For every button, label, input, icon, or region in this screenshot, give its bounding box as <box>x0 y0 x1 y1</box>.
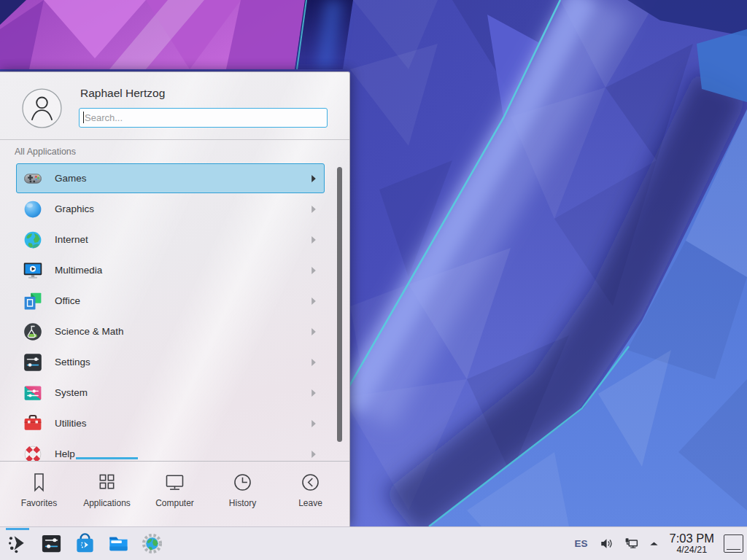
menu-item-label: Internet <box>55 234 311 245</box>
menu-item-games[interactable]: Games <box>16 163 325 193</box>
settings-sliders-icon <box>23 352 43 373</box>
menu-item-help[interactable]: Help <box>16 439 325 461</box>
bookmark-icon <box>27 470 51 494</box>
menu-item-label: Settings <box>55 357 311 368</box>
science-flask-icon <box>23 322 43 342</box>
launcher-tabbar: FavoritesApplicationsComputerHistoryLeav… <box>5 464 345 526</box>
user-name: Raphael Hertzog <box>80 87 165 100</box>
tab-label: Leave <box>298 498 322 508</box>
multimedia-monitor-icon <box>23 260 43 281</box>
menu-item-science-math[interactable]: Science & Math <box>16 316 325 346</box>
menu-item-label: Games <box>55 173 311 184</box>
show-desktop-button[interactable] <box>724 534 743 553</box>
kde-launcher-icon <box>7 532 29 555</box>
menu-item-utilities[interactable]: Utilities <box>16 408 325 438</box>
menu-item-label: Utilities <box>55 418 311 429</box>
taskbar-launchers <box>0 527 171 560</box>
section-label: All Applications <box>15 147 76 157</box>
chevron-right-icon <box>311 389 317 397</box>
tab-computer[interactable]: Computer <box>141 464 209 526</box>
chevron-right-icon <box>311 266 317 275</box>
graphics-sphere-icon <box>23 199 43 219</box>
desktop-screen: Raphael Hertzog All Applications GamesGr… <box>0 0 747 560</box>
volume-icon[interactable] <box>599 536 614 551</box>
menu-item-label: Science & Math <box>55 326 311 337</box>
menu-item-multimedia[interactable]: Multimedia <box>16 255 325 285</box>
digital-clock[interactable]: 7:03 PM 4/24/21 <box>670 532 714 554</box>
application-launcher-menu: Raphael Hertzog All Applications GamesGr… <box>0 71 350 526</box>
menu-item-graphics[interactable]: Graphics <box>16 194 325 224</box>
leave-icon <box>298 470 322 494</box>
dolphin-folder-icon <box>107 532 130 555</box>
menu-item-office[interactable]: Office <box>16 286 325 316</box>
chevron-right-icon <box>311 174 317 183</box>
tab-history[interactable]: History <box>209 464 276 526</box>
grid-icon <box>95 470 119 494</box>
clock-time: 7:03 PM <box>670 532 714 545</box>
user-avatar-icon[interactable] <box>22 88 62 128</box>
tab-leave[interactable]: Leave <box>276 464 344 526</box>
menu-item-label: Office <box>55 295 311 306</box>
active-tab-indicator <box>76 457 138 459</box>
application-category-list: GamesGraphicsInternetMultimediaOfficeSci… <box>16 163 325 461</box>
taskbar-file-manager[interactable] <box>104 528 133 560</box>
taskbar-discover[interactable] <box>70 528 99 560</box>
tab-applications[interactable]: Applications <box>73 464 141 526</box>
chevron-right-icon <box>311 205 317 214</box>
menu-item-label: Multimedia <box>55 265 311 276</box>
office-documents-icon <box>23 291 43 311</box>
tab-label: History <box>229 498 256 508</box>
tab-label: Favorites <box>21 498 57 508</box>
scrollbar-thumb[interactable] <box>337 167 342 442</box>
footer-separator <box>0 461 349 462</box>
menu-item-label: System <box>55 387 311 398</box>
search-box <box>79 108 328 128</box>
keyboard-layout-indicator[interactable]: ES <box>575 538 588 549</box>
tab-label: Applications <box>83 498 131 508</box>
discover-bag-icon <box>74 532 96 555</box>
menu-item-system[interactable]: System <box>16 378 325 408</box>
launcher-header: Raphael Hertzog <box>0 72 349 139</box>
header-separator <box>0 139 349 140</box>
menu-item-settings[interactable]: Settings <box>16 347 325 377</box>
chevron-right-icon <box>311 419 317 428</box>
tab-favorites[interactable]: Favorites <box>5 464 73 526</box>
clock-date: 4/24/21 <box>670 545 714 555</box>
chevron-right-icon <box>311 236 317 244</box>
chevron-right-icon <box>311 327 317 336</box>
menu-item-internet[interactable]: Internet <box>16 225 325 254</box>
taskbar-web-browser[interactable] <box>137 528 166 560</box>
expand-tray-icon[interactable] <box>649 538 659 549</box>
help-lifebuoy-icon <box>23 444 43 462</box>
konqueror-globe-icon <box>141 532 163 555</box>
system-tray: ES 7:03 PM 4/24/21 <box>575 527 747 560</box>
utilities-toolbox-icon <box>23 413 43 434</box>
gamepad-icon <box>23 168 43 189</box>
active-task-indicator <box>6 528 29 530</box>
chevron-right-icon <box>311 450 317 459</box>
chevron-right-icon <box>311 358 317 367</box>
taskbar-system-settings[interactable] <box>36 528 66 560</box>
globe-icon <box>23 230 43 250</box>
chevron-right-icon <box>311 297 317 306</box>
network-icon[interactable] <box>624 536 639 551</box>
menu-item-label: Graphics <box>55 203 311 214</box>
system-settings-icon <box>40 532 63 555</box>
search-input[interactable] <box>83 109 320 126</box>
taskbar-app-launcher[interactable] <box>3 528 32 560</box>
system-sliders-icon <box>23 383 43 403</box>
monitor-icon <box>163 470 187 494</box>
show-desktop-glyph <box>727 549 740 551</box>
clock-icon <box>231 470 255 494</box>
taskbar-panel: ES 7:03 PM 4/24/21 <box>0 526 747 560</box>
tab-label: Computer <box>155 498 194 508</box>
